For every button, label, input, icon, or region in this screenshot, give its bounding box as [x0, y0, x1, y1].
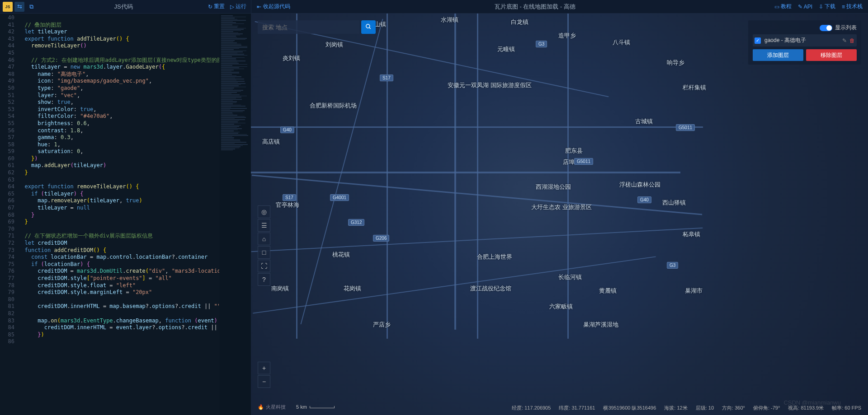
link-stack[interactable]: ≡ 技术栈 — [842, 3, 863, 10]
js-badge-icon[interactable]: JS — [3, 2, 13, 12]
scale-label: 5 km — [296, 404, 307, 410]
search-input[interactable] — [258, 20, 359, 34]
svg-line-1 — [369, 27, 371, 28]
scale-line — [310, 406, 335, 408]
collapse-source-button[interactable]: ⇤ 收起源代码 — [251, 3, 296, 10]
status-lng: 经度: 117.206905 — [512, 405, 551, 411]
add-layer-button[interactable]: 添加图层 — [753, 49, 803, 61]
zoom-controls: + − — [258, 362, 270, 388]
line-gutter: 4041424344454647484950515253545556575859… — [0, 14, 18, 415]
topbar-links: ▭ 教程 ✎ API ⇩ 下载 ≡ 技术栈 — [774, 3, 868, 10]
layer-checkbox[interactable]: ✓ — [755, 37, 761, 44]
status-level: 层级: 10 — [696, 405, 714, 411]
minimap[interactable] — [219, 14, 251, 415]
toggle-label: 显示列表 — [835, 24, 857, 32]
layer-panel: 显示列表 ✓ gaode - 高德电子 ✎ 🗑 添加图层 移除图层 — [748, 20, 861, 65]
panel-header: 显示列表 — [753, 24, 857, 32]
page-title: 瓦片底图 - 在线地图加载 - 高德 — [296, 3, 774, 11]
external-link-icon[interactable]: ⧉ — [26, 2, 36, 12]
search-box — [258, 20, 376, 34]
link-tutorial[interactable]: ▭ 教程 — [774, 3, 792, 10]
compass-icon[interactable]: ◎ — [258, 205, 270, 218]
code-actions: ↻ 重置 ▷ 运行 — [208, 3, 251, 10]
layer-item[interactable]: ✓ gaode - 高德电子 ✎ 🗑 — [753, 34, 857, 47]
topbar-left: JS ⇆ ⧉ JS代码 ↻ 重置 ▷ 运行 — [0, 0, 251, 13]
link-download[interactable]: ⇩ 下载 — [819, 3, 835, 10]
status-heading: 方向: 360° — [722, 405, 745, 411]
settings-icon[interactable]: ⇆ — [14, 2, 24, 12]
code-content[interactable]: // 叠加的图层 let tileLayer export function a… — [18, 14, 219, 415]
reset-button[interactable]: ↻ 重置 — [208, 3, 225, 10]
show-list-toggle[interactable] — [820, 25, 832, 31]
status-alt: 海拔: 12米 — [664, 405, 687, 411]
zoom-out-button[interactable]: − — [258, 375, 270, 388]
watermark: CSDN @mianmianwu — [783, 399, 841, 406]
remove-layer-button[interactable]: 移除图层 — [806, 49, 857, 61]
logo: 🔥 火星科技 — [258, 404, 286, 410]
delete-layer-icon[interactable]: 🗑 — [849, 37, 855, 44]
link-api[interactable]: ✎ API — [798, 3, 812, 10]
layer-item-actions: ✎ 🗑 — [842, 37, 855, 44]
main: 4041424344454647484950515253545556575859… — [0, 14, 868, 415]
search-button[interactable] — [361, 20, 376, 34]
home-icon[interactable]: ⌂ — [258, 233, 270, 245]
status-lat: 纬度: 31.771161 — [559, 405, 595, 411]
scale-bar: 5 km — [296, 404, 335, 410]
edit-layer-icon[interactable]: ✎ — [842, 37, 847, 44]
svg-point-0 — [366, 24, 370, 28]
layers-icon[interactable]: ☰ — [258, 219, 270, 232]
map-controls: ◎ ☰ ⌂ □ ⛶ ? — [258, 205, 270, 286]
layer-buttons: 添加图层 移除图层 — [753, 49, 857, 61]
box-icon[interactable]: □ — [258, 246, 270, 259]
topbar-right: ⇤ 收起源代码 瓦片底图 - 在线地图加载 - 高德 ▭ 教程 ✎ API ⇩ … — [251, 0, 868, 13]
fullscreen-icon[interactable]: ⛶ — [258, 260, 270, 272]
layer-name-label: gaode - 高德电子 — [764, 37, 839, 44]
zoom-in-button[interactable]: + — [258, 362, 270, 374]
topbar: JS ⇆ ⧉ JS代码 ↻ 重置 ▷ 运行 ⇤ 收起源代码 瓦片底图 - 在线地… — [0, 0, 868, 14]
map-viewport[interactable]: 炎刘镇刘岗镇合肥新桥国际机场高店镇官亭林海南岗镇白龙镇造甲乡吴山镇水湖镇安徽元一… — [251, 14, 868, 415]
run-button[interactable]: ▷ 运行 — [230, 3, 246, 10]
status-pitch: 俯仰角: -79° — [753, 405, 780, 411]
help-icon[interactable]: ? — [258, 273, 270, 286]
code-panel-title: JS代码 — [39, 3, 208, 11]
code-editor[interactable]: 4041424344454647484950515253545556575859… — [0, 14, 251, 415]
topbar-icon-group: JS ⇆ ⧉ — [0, 2, 39, 12]
map-background — [251, 14, 868, 415]
status-xy: 横39519600 纵3516496 — [603, 405, 656, 411]
